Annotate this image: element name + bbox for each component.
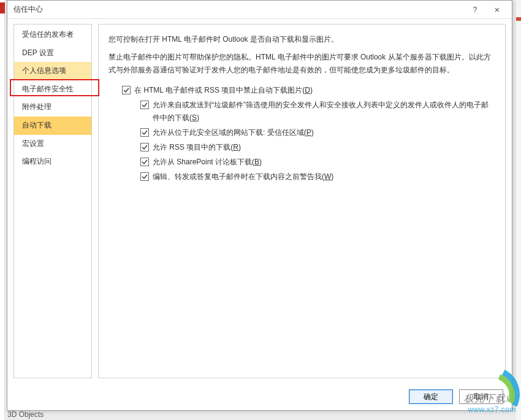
- sub-option-1[interactable]: 允许从位于此安全区域的网站下载: 受信任区域(P): [140, 126, 495, 139]
- sidebar-item-7[interactable]: 编程访问: [14, 153, 91, 171]
- intro-text: 您可控制在打开 HTML 电子邮件时 Outlook 是否自动下载和显示图片。: [108, 33, 495, 46]
- sidebar: 受信任的发布者DEP 设置个人信息选项电子邮件安全性附件处理自动下载宏设置编程访…: [13, 24, 92, 378]
- checkbox-icon[interactable]: [140, 172, 149, 181]
- ok-button[interactable]: 确定: [409, 389, 453, 404]
- sub-option-label-4: 编辑、转发或答复电子邮件时在下载内容之前警告我(W): [153, 170, 495, 183]
- checkbox-icon[interactable]: [140, 128, 149, 137]
- sidebar-item-5[interactable]: 自动下载: [14, 116, 91, 135]
- checkbox-icon[interactable]: [140, 158, 149, 166]
- sub-option-2[interactable]: 允许 RSS 项目中的下载(R): [140, 141, 495, 154]
- cancel-button[interactable]: 取消: [459, 389, 503, 404]
- sub-option-4[interactable]: 编辑、转发或答复电子邮件时在下载内容之前警告我(W): [140, 170, 495, 183]
- help-button[interactable]: ?: [464, 1, 486, 18]
- sidebar-item-2[interactable]: 个人信息选项: [14, 62, 91, 80]
- checkbox-icon[interactable]: [140, 101, 149, 109]
- option-main[interactable]: 在 HTML 电子邮件或 RSS 项目中禁止自动下载图片(D): [122, 84, 495, 97]
- sidebar-item-4[interactable]: 附件处理: [14, 98, 91, 116]
- sub-option-0[interactable]: 允许来自或发送到“垃圾邮件”筛选使用的安全发件人和安全接收人列表中定义的发件人或…: [140, 99, 495, 124]
- description-text: 禁止电子邮件中的图片可帮助保护您的隐私。HTML 电子邮件中的图片可要求 Out…: [108, 51, 495, 77]
- checkbox-icon[interactable]: [122, 86, 131, 94]
- highlight-box: [10, 79, 99, 96]
- sub-option-label-0: 允许来自或发送到“垃圾邮件”筛选使用的安全发件人和安全接收人列表中定义的发件人或…: [153, 99, 495, 124]
- titlebar: 信任中心 ? ×: [7, 1, 512, 19]
- content-pane: 您可控制在打开 HTML 电子邮件时 Outlook 是否自动下载和显示图片。 …: [98, 24, 506, 378]
- trust-center-dialog: 信任中心 ? × 受信任的发布者DEP 设置个人信息选项电子邮件安全性附件处理自…: [7, 0, 512, 411]
- window-title: 信任中心: [13, 4, 464, 15]
- checkbox-icon[interactable]: [140, 143, 149, 151]
- close-button[interactable]: ×: [486, 1, 508, 18]
- option-main-label: 在 HTML 电子邮件或 RSS 项目中禁止自动下载图片(D): [134, 84, 495, 97]
- sidebar-item-0[interactable]: 受信任的发布者: [14, 26, 91, 44]
- sub-option-3[interactable]: 允许从 SharePoint 讨论板下载(B): [140, 156, 495, 169]
- sub-option-label-3: 允许从 SharePoint 讨论板下载(B): [153, 156, 495, 169]
- sidebar-item-3[interactable]: 电子邮件安全性: [14, 80, 91, 99]
- sidebar-item-1[interactable]: DEP 设置: [14, 44, 91, 63]
- sub-option-label-2: 允许 RSS 项目中的下载(R): [153, 141, 495, 154]
- dialog-footer: 确定 取消: [7, 383, 512, 410]
- sub-option-label-1: 允许从位于此安全区域的网站下载: 受信任区域(P): [153, 126, 495, 139]
- sidebar-item-6[interactable]: 宏设置: [14, 135, 91, 153]
- desktop-item-label: 3D Objects: [7, 410, 44, 419]
